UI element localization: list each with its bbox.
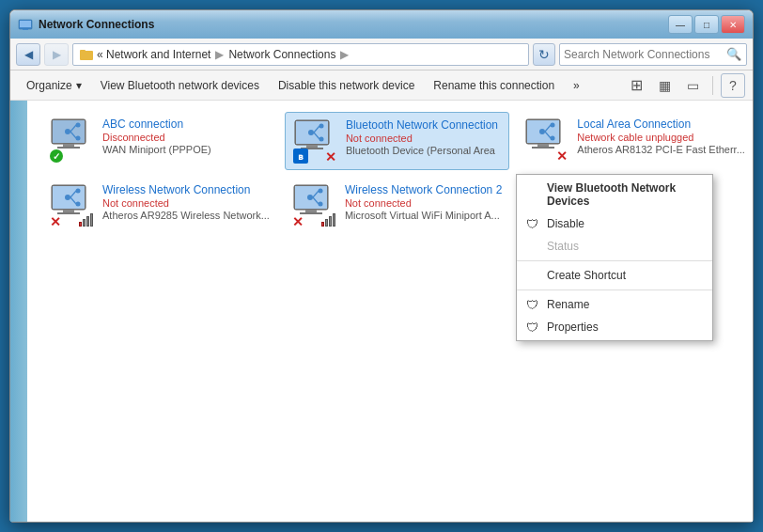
- forward-arrow-icon: ▶: [53, 48, 61, 61]
- left-nav-pane: [10, 101, 27, 522]
- path-network: « Network and Internet: [97, 48, 210, 61]
- local-icon-wrapper: ✕: [524, 117, 569, 163]
- disable-label: Disable this network device: [278, 79, 414, 92]
- disable-network-button[interactable]: Disable this network device: [270, 73, 423, 98]
- ctx-properties-label: Properties: [547, 321, 599, 334]
- help-button[interactable]: ?: [721, 73, 745, 98]
- rename-label: Rename this connection: [433, 79, 554, 92]
- more-options-button[interactable]: »: [565, 73, 588, 98]
- view-bluetooth-label: View Bluetooth network devices: [101, 79, 259, 92]
- ctx-rename-shield-icon: 🛡: [526, 298, 538, 312]
- organize-label: Organize: [26, 79, 72, 92]
- svg-rect-1: [20, 21, 31, 27]
- rename-connection-button[interactable]: Rename this connection: [425, 73, 563, 98]
- refresh-icon: ↻: [538, 47, 550, 62]
- back-button[interactable]: ◀: [16, 43, 40, 66]
- path-sep-2: ▶: [340, 48, 349, 61]
- local-adapter: Atheros AR8132 PCI-E Fast Etherr...: [577, 144, 745, 155]
- wireless1-status: Not connected: [102, 197, 270, 209]
- wireless1-icon-wrapper: ✕: [50, 183, 95, 228]
- wireless1-info: Wireless Network Connection Not connecte…: [102, 183, 270, 221]
- view-toggle-button[interactable]: ▦: [652, 73, 677, 98]
- wireless2-x-badge: ✕: [292, 215, 304, 228]
- more-options-icon: »: [573, 79, 580, 92]
- title-buttons: — □ ✕: [668, 15, 745, 34]
- refresh-button[interactable]: ↻: [533, 43, 555, 66]
- ctx-disable[interactable]: 🛡 Disable: [517, 212, 712, 235]
- svg-point-47: [318, 202, 322, 207]
- svg-point-46: [318, 189, 322, 194]
- layout-options-button[interactable]: ⊞: [624, 73, 648, 98]
- minimize-button[interactable]: —: [668, 15, 693, 34]
- svg-point-28: [551, 123, 555, 128]
- svg-point-19: [319, 124, 323, 129]
- search-input[interactable]: [564, 48, 725, 61]
- organize-button[interactable]: Organize ▾: [18, 73, 90, 98]
- ctx-properties-shield-icon: 🛡: [526, 321, 538, 335]
- forward-button[interactable]: ▶: [44, 43, 69, 66]
- bluetooth-badge: ʙ: [293, 149, 308, 164]
- connection-abc[interactable]: ✓ ABC connection Disconnected WAN Minipo…: [42, 112, 277, 170]
- connection-wireless2[interactable]: ✕ Wireless Network Connection 2 Not conn…: [285, 178, 509, 234]
- search-box[interactable]: 🔍: [559, 43, 747, 66]
- maximize-button[interactable]: □: [694, 15, 719, 34]
- toolbar-sep: [712, 76, 713, 95]
- svg-point-11: [76, 136, 81, 141]
- connection-wireless1[interactable]: ✕ Wireless Network Connection Not connec…: [42, 178, 277, 234]
- svg-point-38: [76, 202, 81, 207]
- local-info: Local Area Connection Network cable unpl…: [577, 117, 745, 155]
- ctx-view-bluetooth[interactable]: View Bluetooth Network Devices: [517, 177, 712, 212]
- wireless1-name: Wireless Network Connection: [102, 183, 270, 196]
- ctx-rename-label: Rename: [547, 298, 589, 311]
- svg-rect-2: [23, 29, 28, 30]
- wireless1-adapter: Atheros AR9285 Wireless Network...: [102, 210, 270, 221]
- main-window: Network Connections — □ ✕ ◀ ▶ « Network …: [9, 9, 754, 523]
- abc-icon-wrapper: ✓: [50, 117, 95, 163]
- wireless1-signal: [79, 213, 93, 227]
- ctx-shortcut-label: Create Shortcut: [547, 269, 626, 282]
- ctx-rename[interactable]: 🛡 Rename: [517, 293, 712, 316]
- svg-point-10: [76, 123, 81, 128]
- ctx-disable-label: Disable: [547, 217, 584, 230]
- address-bar: ◀ ▶ « Network and Internet ▶ Network Con…: [10, 39, 753, 70]
- abc-status: Disconnected: [102, 132, 270, 143]
- ctx-sep-2: [517, 289, 712, 290]
- bt-x-badge: ✕: [325, 150, 336, 164]
- abc-status-badge: ✓: [50, 149, 63, 163]
- bluetooth-info: Bluetooth Network Connection Not connect…: [346, 118, 501, 156]
- window-title: Network Connections: [39, 18, 668, 31]
- bluetooth-adapter: Bluetooth Device (Personal Area: [346, 145, 501, 156]
- close-button[interactable]: ✕: [721, 15, 745, 34]
- ctx-status-label: Status: [547, 240, 579, 253]
- bluetooth-icon-wrapper: ʙ ✕: [293, 118, 338, 164]
- context-menu: View Bluetooth Network Devices 🛡 Disable…: [516, 174, 713, 341]
- title-bar: Network Connections — □ ✕: [10, 10, 753, 39]
- back-arrow-icon: ◀: [24, 48, 33, 61]
- path-connections: Network Connections: [228, 48, 335, 61]
- folder-icon: [79, 47, 94, 62]
- svg-point-45: [307, 195, 313, 200]
- svg-point-27: [539, 129, 545, 134]
- ctx-sep-1: [517, 260, 712, 261]
- svg-rect-8: [57, 147, 80, 149]
- local-x-badge: ✕: [556, 149, 568, 163]
- ctx-properties[interactable]: 🛡 Properties: [517, 316, 712, 338]
- wireless2-adapter: Microsoft Virtual WiFi Miniport A...: [345, 210, 502, 221]
- svg-point-36: [65, 195, 70, 200]
- address-path[interactable]: « Network and Internet ▶ Network Connect…: [72, 43, 529, 66]
- svg-rect-4: [80, 50, 86, 53]
- ctx-view-bluetooth-label: View Bluetooth Network Devices: [547, 181, 701, 208]
- view-bluetooth-button[interactable]: View Bluetooth network devices: [92, 73, 268, 98]
- wireless2-icon-wrapper: ✕: [292, 183, 337, 228]
- connection-bluetooth[interactable]: ʙ ✕ Bluetooth Network Connection Not con…: [285, 112, 509, 170]
- connection-local[interactable]: ✕ Local Area Connection Network cable un…: [517, 112, 753, 170]
- search-icon: 🔍: [725, 46, 742, 63]
- organize-arrow-icon: ▾: [76, 79, 82, 92]
- svg-point-37: [76, 189, 81, 194]
- ctx-create-shortcut[interactable]: Create Shortcut: [517, 264, 712, 287]
- abc-name: ABC connection: [102, 117, 270, 131]
- wireless2-signal: [321, 213, 335, 227]
- path-sep-1: ▶: [215, 48, 224, 61]
- view-list-button[interactable]: ▭: [680, 73, 705, 98]
- window-icon: [18, 17, 33, 32]
